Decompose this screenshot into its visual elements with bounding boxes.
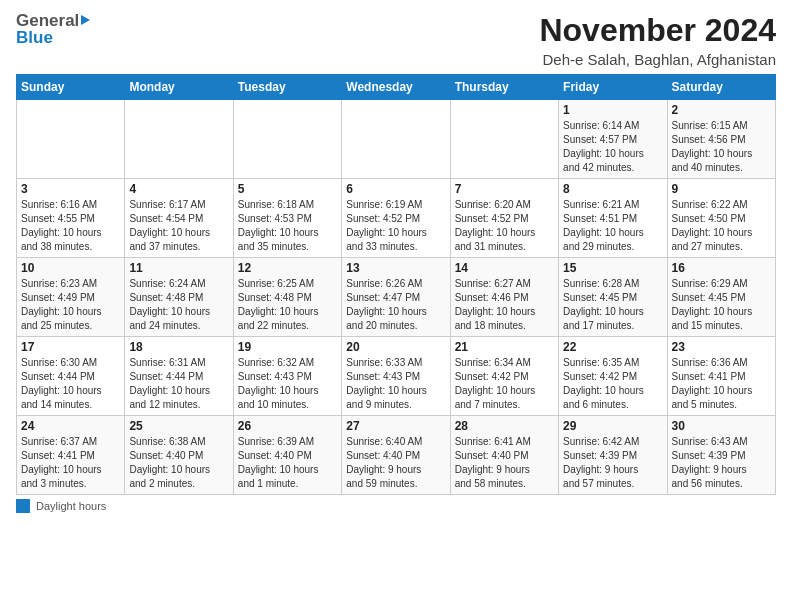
day-number: 26 <box>238 419 337 433</box>
day-info: Sunrise: 6:26 AM Sunset: 4:47 PM Dayligh… <box>346 277 445 333</box>
logo-name-row: General <box>16 12 90 29</box>
day-info: Sunrise: 6:43 AM Sunset: 4:39 PM Dayligh… <box>672 435 771 491</box>
daylight-color-box <box>16 499 30 513</box>
calendar-cell: 3Sunrise: 6:16 AM Sunset: 4:55 PM Daylig… <box>17 179 125 258</box>
calendar-cell: 18Sunrise: 6:31 AM Sunset: 4:44 PM Dayli… <box>125 337 233 416</box>
day-info: Sunrise: 6:14 AM Sunset: 4:57 PM Dayligh… <box>563 119 662 175</box>
calendar-header-wednesday: Wednesday <box>342 75 450 100</box>
calendar-cell <box>233 100 341 179</box>
calendar-header-saturday: Saturday <box>667 75 775 100</box>
day-number: 14 <box>455 261 554 275</box>
calendar-cell: 30Sunrise: 6:43 AM Sunset: 4:39 PM Dayli… <box>667 416 775 495</box>
day-number: 23 <box>672 340 771 354</box>
day-number: 16 <box>672 261 771 275</box>
day-info: Sunrise: 6:29 AM Sunset: 4:45 PM Dayligh… <box>672 277 771 333</box>
calendar-cell: 2Sunrise: 6:15 AM Sunset: 4:56 PM Daylig… <box>667 100 775 179</box>
calendar-cell: 24Sunrise: 6:37 AM Sunset: 4:41 PM Dayli… <box>17 416 125 495</box>
calendar-cell: 16Sunrise: 6:29 AM Sunset: 4:45 PM Dayli… <box>667 258 775 337</box>
day-number: 5 <box>238 182 337 196</box>
day-info: Sunrise: 6:15 AM Sunset: 4:56 PM Dayligh… <box>672 119 771 175</box>
day-number: 6 <box>346 182 445 196</box>
day-info: Sunrise: 6:22 AM Sunset: 4:50 PM Dayligh… <box>672 198 771 254</box>
logo-arrow-icon <box>81 15 90 25</box>
day-info: Sunrise: 6:19 AM Sunset: 4:52 PM Dayligh… <box>346 198 445 254</box>
calendar-cell: 28Sunrise: 6:41 AM Sunset: 4:40 PM Dayli… <box>450 416 558 495</box>
day-number: 9 <box>672 182 771 196</box>
day-info: Sunrise: 6:42 AM Sunset: 4:39 PM Dayligh… <box>563 435 662 491</box>
calendar-cell: 26Sunrise: 6:39 AM Sunset: 4:40 PM Dayli… <box>233 416 341 495</box>
calendar-cell: 12Sunrise: 6:25 AM Sunset: 4:48 PM Dayli… <box>233 258 341 337</box>
day-number: 18 <box>129 340 228 354</box>
calendar-table: SundayMondayTuesdayWednesdayThursdayFrid… <box>16 74 776 495</box>
day-number: 11 <box>129 261 228 275</box>
calendar-cell: 5Sunrise: 6:18 AM Sunset: 4:53 PM Daylig… <box>233 179 341 258</box>
day-number: 4 <box>129 182 228 196</box>
calendar-cell <box>125 100 233 179</box>
day-info: Sunrise: 6:41 AM Sunset: 4:40 PM Dayligh… <box>455 435 554 491</box>
footer: Daylight hours <box>16 499 776 513</box>
day-info: Sunrise: 6:23 AM Sunset: 4:49 PM Dayligh… <box>21 277 120 333</box>
day-info: Sunrise: 6:18 AM Sunset: 4:53 PM Dayligh… <box>238 198 337 254</box>
day-info: Sunrise: 6:30 AM Sunset: 4:44 PM Dayligh… <box>21 356 120 412</box>
day-number: 29 <box>563 419 662 433</box>
day-number: 20 <box>346 340 445 354</box>
calendar-week-row: 3Sunrise: 6:16 AM Sunset: 4:55 PM Daylig… <box>17 179 776 258</box>
day-number: 1 <box>563 103 662 117</box>
main-title: November 2024 <box>539 12 776 49</box>
logo-blue-text: Blue <box>16 29 90 46</box>
calendar-cell: 27Sunrise: 6:40 AM Sunset: 4:40 PM Dayli… <box>342 416 450 495</box>
calendar-cell: 17Sunrise: 6:30 AM Sunset: 4:44 PM Dayli… <box>17 337 125 416</box>
day-number: 7 <box>455 182 554 196</box>
day-info: Sunrise: 6:17 AM Sunset: 4:54 PM Dayligh… <box>129 198 228 254</box>
calendar-header-monday: Monday <box>125 75 233 100</box>
calendar-cell: 25Sunrise: 6:38 AM Sunset: 4:40 PM Dayli… <box>125 416 233 495</box>
day-info: Sunrise: 6:21 AM Sunset: 4:51 PM Dayligh… <box>563 198 662 254</box>
calendar-cell <box>17 100 125 179</box>
day-number: 27 <box>346 419 445 433</box>
calendar-cell: 29Sunrise: 6:42 AM Sunset: 4:39 PM Dayli… <box>559 416 667 495</box>
calendar-header-sunday: Sunday <box>17 75 125 100</box>
day-number: 21 <box>455 340 554 354</box>
day-number: 10 <box>21 261 120 275</box>
calendar-cell: 8Sunrise: 6:21 AM Sunset: 4:51 PM Daylig… <box>559 179 667 258</box>
day-info: Sunrise: 6:37 AM Sunset: 4:41 PM Dayligh… <box>21 435 120 491</box>
day-number: 19 <box>238 340 337 354</box>
day-info: Sunrise: 6:32 AM Sunset: 4:43 PM Dayligh… <box>238 356 337 412</box>
daylight-label: Daylight hours <box>36 500 106 512</box>
calendar-cell: 13Sunrise: 6:26 AM Sunset: 4:47 PM Dayli… <box>342 258 450 337</box>
calendar-cell: 15Sunrise: 6:28 AM Sunset: 4:45 PM Dayli… <box>559 258 667 337</box>
day-info: Sunrise: 6:36 AM Sunset: 4:41 PM Dayligh… <box>672 356 771 412</box>
day-number: 25 <box>129 419 228 433</box>
day-number: 3 <box>21 182 120 196</box>
logo-general-text: General <box>16 12 79 29</box>
calendar-cell: 7Sunrise: 6:20 AM Sunset: 4:52 PM Daylig… <box>450 179 558 258</box>
calendar-cell <box>342 100 450 179</box>
day-info: Sunrise: 6:20 AM Sunset: 4:52 PM Dayligh… <box>455 198 554 254</box>
calendar-header-friday: Friday <box>559 75 667 100</box>
calendar-cell: 11Sunrise: 6:24 AM Sunset: 4:48 PM Dayli… <box>125 258 233 337</box>
day-number: 13 <box>346 261 445 275</box>
title-section: November 2024 Deh-e Salah, Baghlan, Afgh… <box>539 12 776 68</box>
calendar-cell: 6Sunrise: 6:19 AM Sunset: 4:52 PM Daylig… <box>342 179 450 258</box>
day-number: 24 <box>21 419 120 433</box>
day-number: 2 <box>672 103 771 117</box>
calendar-cell: 19Sunrise: 6:32 AM Sunset: 4:43 PM Dayli… <box>233 337 341 416</box>
calendar-week-row: 24Sunrise: 6:37 AM Sunset: 4:41 PM Dayli… <box>17 416 776 495</box>
day-number: 8 <box>563 182 662 196</box>
calendar-cell: 22Sunrise: 6:35 AM Sunset: 4:42 PM Dayli… <box>559 337 667 416</box>
page: General Blue November 2024 Deh-e Salah, … <box>0 0 792 612</box>
day-info: Sunrise: 6:38 AM Sunset: 4:40 PM Dayligh… <box>129 435 228 491</box>
calendar-cell: 23Sunrise: 6:36 AM Sunset: 4:41 PM Dayli… <box>667 337 775 416</box>
calendar-cell: 20Sunrise: 6:33 AM Sunset: 4:43 PM Dayli… <box>342 337 450 416</box>
day-info: Sunrise: 6:25 AM Sunset: 4:48 PM Dayligh… <box>238 277 337 333</box>
day-info: Sunrise: 6:33 AM Sunset: 4:43 PM Dayligh… <box>346 356 445 412</box>
calendar-cell: 9Sunrise: 6:22 AM Sunset: 4:50 PM Daylig… <box>667 179 775 258</box>
calendar-week-row: 1Sunrise: 6:14 AM Sunset: 4:57 PM Daylig… <box>17 100 776 179</box>
day-info: Sunrise: 6:16 AM Sunset: 4:55 PM Dayligh… <box>21 198 120 254</box>
day-number: 28 <box>455 419 554 433</box>
calendar-header-row: SundayMondayTuesdayWednesdayThursdayFrid… <box>17 75 776 100</box>
calendar-header-thursday: Thursday <box>450 75 558 100</box>
header: General Blue November 2024 Deh-e Salah, … <box>16 12 776 68</box>
calendar-cell: 21Sunrise: 6:34 AM Sunset: 4:42 PM Dayli… <box>450 337 558 416</box>
day-info: Sunrise: 6:40 AM Sunset: 4:40 PM Dayligh… <box>346 435 445 491</box>
